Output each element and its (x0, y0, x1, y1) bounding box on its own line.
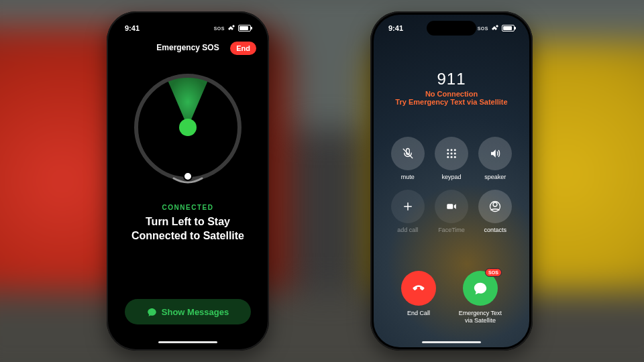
dynamic-island (427, 21, 476, 36)
home-indicator[interactable] (422, 341, 481, 343)
svg-point-4 (450, 153, 452, 155)
status-time: 9:41 (388, 24, 403, 32)
satellite-icon (491, 24, 499, 32)
emergency-text-satellite-button[interactable]: SOS Emergency Text via Satellite (459, 271, 502, 324)
svg-point-5 (454, 153, 456, 155)
show-messages-button[interactable]: Show Messages (125, 299, 251, 324)
chat-bubble-icon (473, 281, 488, 296)
phone-emergency-sos: 9:41 SOS Emergency SOS End (107, 11, 269, 351)
phone-call-screen: 9:41 SOS 911 No Connection Try Emergency… (370, 11, 533, 351)
heading-indicator (172, 177, 203, 185)
home-indicator[interactable] (158, 341, 217, 343)
dynamic-island (163, 21, 213, 36)
call-controls-grid: mute keypad speaker add call FaceTime (390, 137, 513, 233)
chat-bubble-icon (147, 307, 157, 317)
call-screen: 9:41 SOS 911 No Connection Try Emergency… (374, 15, 529, 347)
add-call-label: add call (397, 227, 418, 233)
speaker-button[interactable]: speaker (478, 137, 512, 180)
try-satellite-label: Try Emergency Text via Satellite (374, 98, 529, 106)
background-blur (0, 0, 644, 362)
end-call-button[interactable]: End Call (401, 271, 436, 324)
no-connection-label: No Connection (374, 90, 529, 98)
facetime-icon (445, 200, 458, 213)
mute-label: mute (401, 174, 415, 180)
emergency-text-label: Emergency Text via Satellite (459, 310, 502, 324)
call-header: 911 No Connection Try Emergency Text via… (374, 70, 529, 106)
status-sos-label: SOS (214, 26, 225, 31)
facetime-label: FaceTime (438, 227, 465, 233)
svg-point-1 (450, 149, 452, 151)
contacts-label: contacts (484, 227, 507, 233)
svg-point-10 (493, 202, 497, 206)
dialed-number: 911 (374, 70, 529, 88)
heading-dot (183, 172, 193, 181)
facetime-button[interactable]: FaceTime (435, 190, 468, 233)
bottom-action-row: End Call SOS Emergency Text via Satellit… (374, 271, 529, 324)
svg-point-8 (454, 156, 456, 158)
svg-point-3 (447, 153, 449, 155)
mute-button[interactable]: mute (391, 137, 425, 180)
svg-point-0 (447, 149, 449, 151)
speaker-icon (489, 147, 501, 160)
emergency-sos-screen: 9:41 SOS Emergency SOS End (110, 15, 266, 347)
phone-hangup-icon (411, 281, 426, 296)
contacts-button[interactable]: contacts (478, 190, 512, 233)
connected-label: CONNECTED (110, 204, 266, 211)
speaker-label: speaker (484, 174, 506, 180)
status-sos-label: SOS (478, 26, 488, 31)
contacts-icon (489, 200, 501, 213)
svg-point-6 (447, 156, 449, 158)
keypad-button[interactable]: keypad (435, 137, 468, 180)
battery-icon (502, 25, 515, 32)
mute-icon (402, 147, 414, 160)
show-messages-label: Show Messages (162, 307, 229, 317)
instruction-text: Turn Left to Stay Connected to Satellite (110, 215, 266, 243)
svg-point-7 (450, 156, 452, 158)
svg-point-2 (454, 149, 456, 151)
sos-badge: SOS (485, 268, 502, 277)
end-button[interactable]: End (230, 42, 256, 55)
satellite-compass (134, 74, 241, 181)
sos-header: Emergency SOS End (110, 43, 266, 52)
page-title: Emergency SOS (156, 43, 219, 52)
compass-center-dot (179, 119, 197, 136)
status-time: 9:41 (125, 24, 140, 32)
plus-icon (402, 200, 414, 213)
keypad-icon (445, 147, 458, 160)
svg-rect-9 (447, 204, 453, 209)
battery-icon (238, 25, 251, 32)
keypad-label: keypad (441, 174, 461, 180)
satellite-icon (227, 24, 235, 32)
end-call-label: End Call (407, 310, 430, 317)
connection-status-block: CONNECTED Turn Left to Stay Connected to… (110, 204, 266, 243)
add-call-button[interactable]: add call (391, 190, 425, 233)
